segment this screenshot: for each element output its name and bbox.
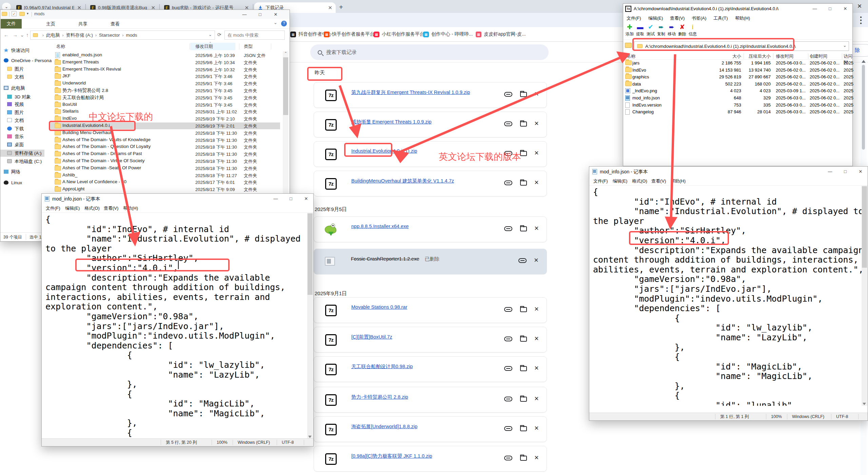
annotation-box-yesterday bbox=[307, 67, 342, 81]
annotation-box-download-link bbox=[344, 143, 392, 157]
annotation-label-en-forum: 英文论坛下载的版本 bbox=[439, 151, 521, 163]
annotation-label-cn-forum: 中文论坛下载的 bbox=[89, 111, 153, 123]
annotation-arrows bbox=[0, 0, 868, 475]
annotation-box-version-left bbox=[75, 259, 230, 271]
annotation-box-address-bar bbox=[632, 38, 794, 51]
annotation-box-version-right bbox=[629, 231, 729, 245]
